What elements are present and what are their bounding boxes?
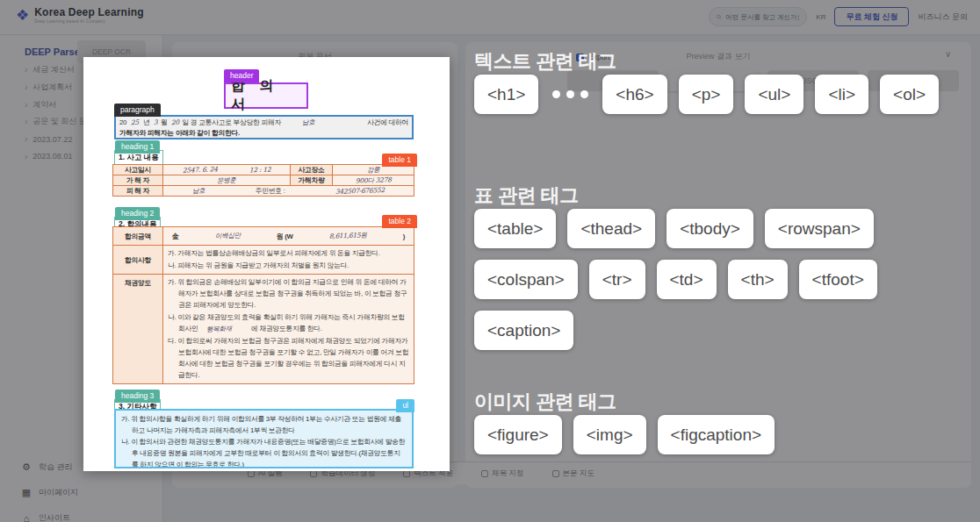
tag-chip-img[interactable]: <img>	[573, 415, 646, 454]
list-item: 나. 이 합의서와 관련한 채권양도통지를 가해자가 내용증명(또는 배달증명)…	[121, 436, 407, 468]
tag-chip-td[interactable]: <td>	[657, 260, 717, 299]
table-row: 가 해 자 문병훈 가해차량 900다 3278	[113, 175, 414, 186]
table1-tag-chip[interactable]: table 1	[382, 154, 417, 167]
table-row: 사고일시 2547. 6. 2412 : 12 사고장소 강릉	[113, 165, 414, 175]
tag-chip-h6[interactable]: <h6>	[602, 75, 667, 114]
heading3-tag-chip[interactable]: heading 3	[115, 390, 160, 403]
tag-chip-table[interactable]: <table>	[474, 209, 556, 248]
tag-chip-p[interactable]: <p>	[679, 75, 734, 114]
table-tags-title: 표 관련 태그	[474, 182, 877, 209]
table-row: 합의사항 가. 가해자는 법률상손해배상금의 일부로서 피해자에게 위 돈을 지…	[113, 246, 414, 275]
header-tag-chip[interactable]: header	[224, 69, 259, 82]
paragraph-tag-chip[interactable]: paragraph	[114, 104, 161, 117]
tag-chip-colspan[interactable]: <colspan>	[474, 260, 578, 299]
tag-chip-ul[interactable]: <ul>	[745, 75, 803, 114]
handwritten-insurance-company: 행복화재	[217, 323, 232, 335]
image-tags-title: 이미지 관련 태그	[474, 389, 775, 415]
doc-title: 합 의 서	[231, 77, 306, 114]
annotated-document: header 합 의 서 paragraph 20 25 년 3 월 20 일 …	[83, 57, 450, 471]
text-tags-title: 텍스트 관련 태그	[474, 48, 939, 75]
image-tags-section: 이미지 관련 태그 <figure> <img> <figcaption>	[474, 389, 775, 454]
tag-chip-thead[interactable]: <thead>	[567, 209, 655, 248]
tag-chip-tr[interactable]: <tr>	[589, 260, 645, 299]
handwritten-month: 3	[153, 118, 157, 128]
heading2-tag-chip[interactable]: heading 2	[115, 207, 160, 220]
app-root: ❖ Korea Deep Learning Deep Learning base…	[0, 0, 980, 522]
doc-title-region[interactable]: 합 의 서	[224, 82, 308, 109]
text-tags-section: 텍스트 관련 태그 <h1> <h6> <p> <ul> <li> <ol>	[474, 48, 939, 114]
tag-chip-ol[interactable]: <ol>	[880, 75, 939, 114]
heading1-tag-chip[interactable]: heading 1	[115, 140, 160, 154]
tag-chip-caption[interactable]: <caption>	[474, 311, 573, 350]
table-row: 채권양도 가. 위 합의금은 손해배상의 일부이기에 이 합의금 지급으로 인해…	[113, 275, 414, 384]
table2-tag-chip[interactable]: table 2	[382, 215, 417, 228]
ul-tag-chip[interactable]: ul	[396, 399, 414, 412]
tag-chip-th[interactable]: <th>	[728, 260, 788, 299]
doc-list-region[interactable]: 가. 위 합의사항을 확실하게 하기 위해 이합의서를 3부 작성하여 1부는 …	[114, 409, 414, 468]
tag-chip-figure[interactable]: <figure>	[474, 415, 562, 454]
tag-chip-figcaption[interactable]: <figcaption>	[658, 415, 775, 454]
handwritten-year: 25	[131, 118, 139, 128]
handwritten-day: 20	[170, 118, 178, 128]
tag-chip-rowspan[interactable]: <rowspan>	[765, 209, 874, 248]
table-row: 피 해 자 남호주민번호 :342507-676552	[113, 186, 414, 197]
list-item: 가. 위 합의사항을 확실하게 하기 위해 이합의서를 3부 작성하여 1부는 …	[121, 413, 407, 436]
tag-chip-li[interactable]: <li>	[815, 75, 868, 114]
table-tags-section: 표 관련 태그 <table> <thead> <tbody> <rowspan…	[474, 182, 877, 350]
accident-table[interactable]: 사고일시 2547. 6. 2412 : 12 사고장소 강릉 가 해 자 문병…	[112, 164, 414, 197]
table-row: 합의금액 金 이백십만 원 (W 8,611,615원 )	[113, 227, 414, 246]
doc-paragraph-region[interactable]: 20 25 년 3 월 20 일 경 교통사고로 부상당한 피해자 남호 사건에…	[114, 115, 414, 139]
ellipsis-dots-icon	[552, 90, 588, 98]
handwritten-victim-name: 남호	[302, 118, 315, 128]
agreement-table[interactable]: 합의금액 金 이백십만 원 (W 8,611,615원 ) 합의사항 가. 가해…	[112, 226, 414, 384]
tag-chip-tfoot[interactable]: <tfoot>	[799, 260, 877, 299]
tag-chip-tbody[interactable]: <tbody>	[667, 209, 753, 248]
tag-chip-h1[interactable]: <h1>	[474, 75, 538, 114]
